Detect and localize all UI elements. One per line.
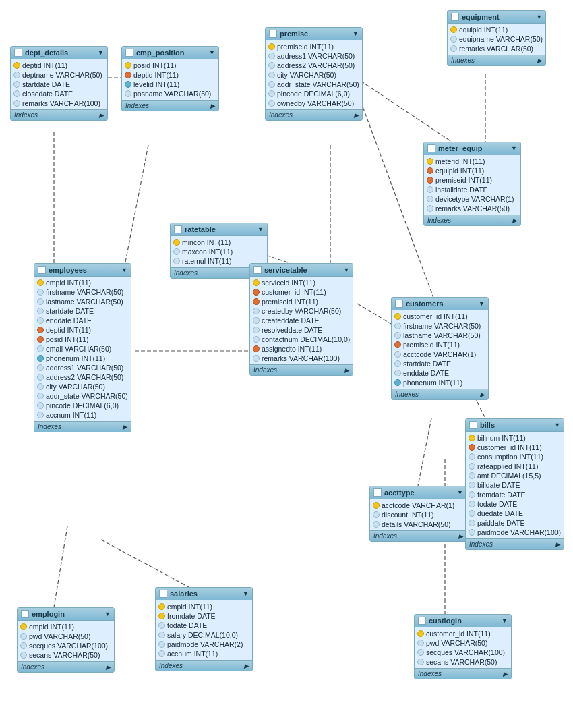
field-text: levelid INT(11): [133, 80, 179, 88]
footer-arrow-icon[interactable]: ▶: [244, 663, 249, 669]
table-row: premiseid INT(11): [424, 175, 520, 185]
footer-arrow-icon[interactable]: ▶: [503, 671, 508, 677]
table-footer-emplogin[interactable]: Indexes▶: [18, 661, 114, 672]
table-row: mincon INT(11): [171, 237, 267, 247]
table-bills[interactable]: bills▼billnum INT(11)customer_id INT(11)…: [465, 418, 564, 550]
table-footer-servicetable[interactable]: Indexes▶: [250, 364, 353, 375]
table-header-equipment[interactable]: equipment▼: [448, 11, 545, 24]
table-row: accnum INT(11): [156, 649, 252, 659]
field-text: posid INT(11): [133, 61, 177, 69]
table-salaries[interactable]: salaries▼empid INT(11)fromdate DATEtodat…: [155, 587, 253, 671]
field-icon-pk: [394, 313, 401, 320]
dropdown-arrow-icon[interactable]: ▼: [258, 226, 264, 233]
field-icon-regular: [20, 652, 27, 659]
table-footer-equipment[interactable]: Indexes▶: [448, 55, 545, 65]
table-emplogin[interactable]: emplogin▼empid INT(11)pwd VARCHAR(50)sec…: [17, 607, 115, 673]
field-icon-regular: [158, 632, 165, 638]
field-icon-fk: [253, 298, 260, 305]
table-meter_equip[interactable]: meter_equip▼meterid INT(11)equipid INT(1…: [423, 142, 521, 226]
table-footer-customers[interactable]: Indexes▶: [392, 389, 488, 399]
table-accttype[interactable]: accttype▼acctcode VARCHAR(1)discount INT…: [369, 486, 467, 542]
footer-arrow-icon[interactable]: ▶: [123, 424, 127, 430]
table-header-emplogin[interactable]: emplogin▼: [18, 608, 114, 621]
dropdown-arrow-icon[interactable]: ▼: [554, 422, 560, 428]
table-header-emp_position[interactable]: emp_position▼: [122, 47, 218, 59]
table-body-premise: premiseid INT(11)address1 VARCHAR(50)add…: [266, 40, 362, 109]
table-footer-custlogin[interactable]: Indexes▶: [415, 668, 511, 679]
field-icon-pk: [158, 603, 165, 610]
field-icon-fk: [427, 167, 433, 174]
footer-arrow-icon[interactable]: ▶: [106, 664, 111, 671]
dropdown-arrow-icon[interactable]: ▼: [511, 145, 517, 152]
table-grid-icon: [373, 488, 382, 497]
field-text: premiseid INT(11): [403, 341, 460, 349]
indexes-label: Indexes: [451, 57, 475, 64]
table-premise[interactable]: premise▼premiseid INT(11)address1 VARCHA…: [265, 27, 363, 121]
field-text: customer_id INT(11): [426, 629, 491, 638]
table-footer-salaries[interactable]: Indexes▶: [156, 660, 252, 671]
field-icon-pk: [173, 239, 180, 246]
table-footer-employees[interactable]: Indexes▶: [34, 421, 131, 432]
table-emp_position[interactable]: emp_position▼posid INT(11)deptid INT(11)…: [121, 46, 219, 111]
footer-arrow-icon[interactable]: ▶: [480, 391, 485, 398]
dropdown-arrow-icon[interactable]: ▼: [457, 489, 463, 496]
footer-arrow-icon[interactable]: ▶: [512, 217, 517, 224]
table-header-servicetable[interactable]: servicetable▼: [250, 264, 353, 277]
field-icon-regular: [37, 345, 44, 352]
field-icon-pk: [268, 43, 275, 50]
table-row: todate DATE: [466, 499, 564, 509]
table-customers[interactable]: customers▼customer_id INT(11)firstname V…: [391, 297, 489, 400]
table-header-customers[interactable]: customers▼: [392, 298, 488, 310]
table-row: firstname VARCHAR(50): [34, 287, 131, 297]
table-footer-bills[interactable]: Indexes▶: [466, 538, 564, 549]
dropdown-arrow-icon[interactable]: ▼: [121, 267, 127, 273]
table-header-salaries[interactable]: salaries▼: [156, 588, 252, 600]
dropdown-arrow-icon[interactable]: ▼: [343, 267, 349, 273]
dropdown-arrow-icon[interactable]: ▼: [243, 590, 249, 597]
table-header-meter_equip[interactable]: meter_equip▼: [424, 142, 520, 155]
table-custlogin[interactable]: custlogin▼customer_id INT(11)pwd VARCHAR…: [414, 614, 512, 679]
field-text: billdate DATE: [477, 481, 520, 489]
table-header-accttype[interactable]: accttype▼: [370, 486, 466, 499]
table-footer-emp_position[interactable]: Indexes▶: [122, 100, 218, 111]
footer-arrow-icon[interactable]: ▶: [344, 367, 349, 374]
table-row: remarks VARCHAR(100): [11, 99, 107, 108]
table-footer-dept_details[interactable]: Indexes▶: [11, 109, 107, 120]
footer-arrow-icon[interactable]: ▶: [210, 103, 215, 109]
table-header-employees[interactable]: employees▼: [34, 264, 131, 277]
table-footer-accttype[interactable]: Indexes▶: [370, 530, 466, 541]
footer-arrow-icon[interactable]: ▶: [458, 533, 463, 540]
table-dept_details[interactable]: dept_details▼deptid INT(11)deptname VARC…: [10, 46, 108, 121]
table-header-ratetable[interactable]: ratetable▼: [171, 223, 267, 236]
table-header-bills[interactable]: bills▼: [466, 419, 564, 432]
field-text: deptid INT(11): [22, 61, 67, 69]
table-equipment[interactable]: equipment▼equipid INT(11)equipname VARCH…: [447, 10, 546, 66]
dropdown-arrow-icon[interactable]: ▼: [502, 617, 508, 624]
table-footer-premise[interactable]: Indexes▶: [266, 109, 362, 120]
dropdown-arrow-icon[interactable]: ▼: [98, 49, 104, 56]
dropdown-arrow-icon[interactable]: ▼: [479, 300, 485, 307]
footer-arrow-icon[interactable]: ▶: [99, 112, 104, 119]
indexes-label: Indexes: [373, 532, 397, 540]
table-footer-meter_equip[interactable]: Indexes▶: [424, 215, 520, 225]
table-header-premise[interactable]: premise▼: [266, 28, 362, 40]
dropdown-arrow-icon[interactable]: ▼: [353, 30, 359, 37]
indexes-label: Indexes: [427, 217, 451, 224]
dropdown-arrow-icon[interactable]: ▼: [536, 13, 542, 20]
table-employees[interactable]: employees▼empid INT(11)firstname VARCHAR…: [34, 263, 131, 432]
footer-arrow-icon[interactable]: ▶: [537, 57, 542, 64]
dropdown-arrow-icon[interactable]: ▼: [209, 49, 215, 56]
field-icon-regular: [427, 196, 433, 202]
table-row: customer_id INT(11): [392, 312, 488, 321]
table-header-dept_details[interactable]: dept_details▼: [11, 47, 107, 59]
dropdown-arrow-icon[interactable]: ▼: [104, 611, 111, 617]
field-text: billnum INT(11): [477, 434, 526, 442]
table-servicetable[interactable]: servicetable▼serviceid INT(11)customer_i…: [249, 263, 353, 376]
table-header-custlogin[interactable]: custlogin▼: [415, 615, 511, 627]
field-text: startdate DATE: [22, 80, 70, 88]
field-icon-regular: [268, 100, 275, 107]
footer-arrow-icon[interactable]: ▶: [354, 112, 359, 119]
table-row: acctcode VARCHAR(1): [370, 501, 466, 510]
table-row: installdate DATE: [424, 185, 520, 194]
footer-arrow-icon[interactable]: ▶: [555, 541, 560, 548]
